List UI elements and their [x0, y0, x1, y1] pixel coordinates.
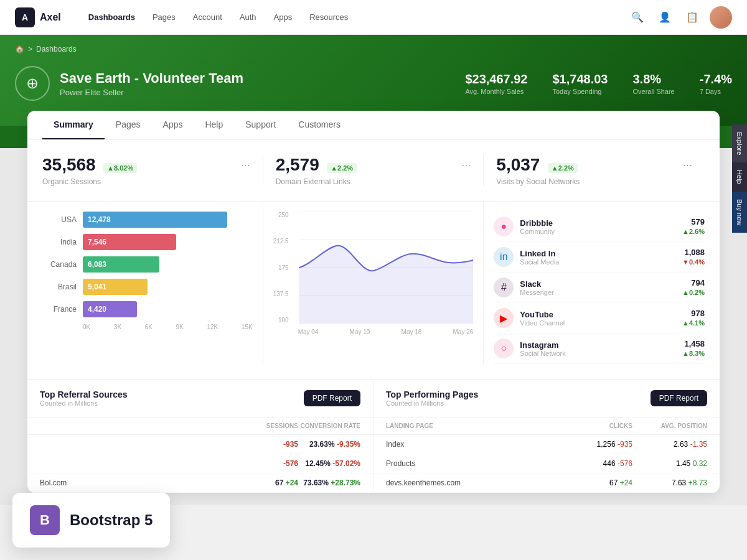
social-type: Messenger [520, 289, 553, 296]
nav-links: Dashboards Pages Account Auth Apps Resou… [81, 9, 627, 26]
right-sidebar: Explore Help Buy now [732, 124, 747, 233]
metric-organic: 35,568 ▲8.02% ··· Organic Sessions [42, 155, 263, 186]
tab-bar: Summary Pages Apps Help Support Customer… [27, 111, 720, 140]
tab-support[interactable]: Support [234, 111, 287, 139]
hero-stat-1: $1,748.03 Today Spending [553, 72, 608, 95]
tab-help[interactable]: Help [194, 111, 234, 139]
country-bar-row: France 4,420 [42, 301, 253, 317]
pages-section: Top Performing Pages Counted in Millions… [374, 380, 720, 493]
metric-header-0: 35,568 ▲8.02% ··· [42, 155, 250, 175]
social-type: Social Media [520, 258, 559, 266]
nav-auth[interactable]: Auth [232, 9, 264, 26]
social-name: Dribbble [520, 218, 555, 228]
social-type: Community [520, 228, 555, 235]
country-label: France [42, 305, 77, 314]
social-name: Slack [520, 279, 553, 289]
country-label: Brasil [42, 282, 77, 291]
stat-share-label: Overall Share [632, 88, 674, 95]
help-panel[interactable]: Help [732, 162, 747, 192]
breadcrumb: 🏠 > Dashboards [15, 45, 732, 54]
nav-account[interactable]: Account [186, 9, 230, 26]
social-count: 1,458 [684, 339, 705, 348]
main-card: Summary Pages Apps Help Support Customer… [27, 111, 720, 493]
organic-badge: ▲8.02% [103, 163, 137, 173]
nav-dashboards[interactable]: Dashboards [81, 9, 143, 26]
table-row: Index 1,256 -935 2.63 -1.35 [374, 435, 720, 454]
stat-avg-monthly-label: Avg. Monthly Sales [465, 88, 527, 95]
bar-container: 4,420 [83, 301, 253, 317]
social-value: 5,037 [496, 155, 540, 174]
user-avatar[interactable] [710, 6, 732, 29]
bottom-section: Top Referral Sources Counted in Millions… [27, 379, 720, 493]
org-info: Save Earth - Volunteer Team Power Elite … [60, 70, 243, 97]
domain-label: Domain External Links [276, 177, 471, 186]
bar-container: 5,041 [83, 279, 253, 295]
bootstrap-overlay: B Bootstrap 5 [12, 493, 170, 505]
bar-container: 12,478 [83, 212, 253, 228]
search-button[interactable]: 🔍 [627, 7, 647, 27]
nav-pages[interactable]: Pages [145, 9, 183, 26]
bar-container: 6,083 [83, 256, 253, 273]
hero-stats: $23,467.92 Avg. Monthly Sales $1,748.03 … [465, 72, 732, 95]
pages-header: Top Performing Pages Counted in Millions… [374, 380, 720, 418]
country-label: Canada [42, 260, 77, 269]
domain-value: 2,579 [276, 155, 319, 174]
buynow-panel[interactable]: Buy now [732, 192, 747, 233]
metric-social: 5,037 ▲2.2% ··· Visits by Social Network… [484, 155, 705, 186]
social-network-row: # Slack Messenger 794 ▲0.2% [494, 273, 705, 303]
tab-pages[interactable]: Pages [105, 111, 152, 139]
organic-label: Organic Sessions [42, 177, 250, 186]
bar: 7,546 [83, 234, 176, 250]
explore-panel[interactable]: Explore [732, 124, 747, 162]
top-navigation: A Axel Dashboards Pages Account Auth App… [0, 0, 747, 35]
social-network-row: ○ Instagram Social Network 1,458 ▲8.3% [494, 334, 705, 364]
tab-apps[interactable]: Apps [152, 111, 194, 139]
table-row: -935 23.63% -9.35% [27, 435, 373, 454]
social-more[interactable]: ··· [683, 159, 692, 172]
line-chart-svg [299, 212, 474, 324]
referral-section: Top Referral Sources Counted in Millions… [27, 380, 374, 493]
stat-today: $1,748.03 [553, 72, 608, 86]
nav-apps[interactable]: Apps [266, 9, 300, 26]
country-bar-row: India 7,546 [42, 234, 253, 250]
hero-stat-2: 3.8% Overall Share [632, 72, 674, 95]
home-icon[interactable]: 🏠 [15, 45, 24, 54]
breadcrumb-current: Dashboards [36, 45, 77, 54]
referral-header: Top Referral Sources Counted in Millions… [27, 380, 373, 418]
social-badge: ▲8.3% [682, 350, 705, 357]
social-platform-icon: ● [494, 217, 514, 236]
social-badge: ▲4.1% [682, 319, 705, 327]
stat-7days-label: 7 Days [700, 88, 732, 95]
country-bar-row: USA 12,478 [42, 212, 253, 228]
breadcrumb-separator: > [28, 45, 32, 54]
referral-bol: Bol.com [40, 478, 248, 487]
bar: 5,041 [83, 279, 148, 295]
social-badge: ▲2.2% [548, 163, 578, 173]
settings-button[interactable]: 📋 [682, 7, 702, 27]
referral-pdf-button[interactable]: PDF Report [304, 390, 360, 406]
stat-7days: -7.4% [700, 72, 732, 86]
pages-pdf-button[interactable]: PDF Report [651, 390, 707, 406]
social-platform-icon: in [494, 247, 514, 267]
social-table: ● Dribbble Community 579 ▲2.6% in Linked… [484, 202, 705, 364]
tab-customers[interactable]: Customers [287, 111, 352, 139]
social-rows: ● Dribbble Community 579 ▲2.6% in Linked… [494, 212, 705, 364]
social-network-row: ● Dribbble Community 579 ▲2.6% [494, 212, 705, 242]
nav-resources[interactable]: Resources [302, 9, 355, 26]
charts-section: USA 12,478 India 7,546 Canada 6,083 Bras… [27, 202, 720, 379]
table-row: Bol.com 67 +24 73.63% +28.73% [27, 474, 373, 493]
pages-table-header: LANDING PAGE CLICKS AVG. POSITION [374, 418, 720, 435]
domain-more[interactable]: ··· [461, 159, 471, 172]
tab-summary[interactable]: Summary [42, 111, 105, 139]
organic-more[interactable]: ··· [241, 159, 250, 172]
logo-area[interactable]: A Axel [15, 7, 61, 27]
country-label: USA [42, 215, 77, 224]
notification-button[interactable]: 👤 [655, 7, 675, 27]
table-row: Products 446 -576 1.45 0.32 [374, 454, 720, 474]
social-platform-icon: ▶ [494, 308, 514, 328]
metrics-row: 35,568 ▲8.02% ··· Organic Sessions 2,579… [27, 140, 720, 202]
social-name: Instagram [520, 340, 565, 350]
stat-avg-monthly: $23,467.92 [465, 72, 527, 86]
org-name: Save Earth - Volunteer Team [60, 70, 243, 86]
social-count: 978 [691, 309, 705, 318]
